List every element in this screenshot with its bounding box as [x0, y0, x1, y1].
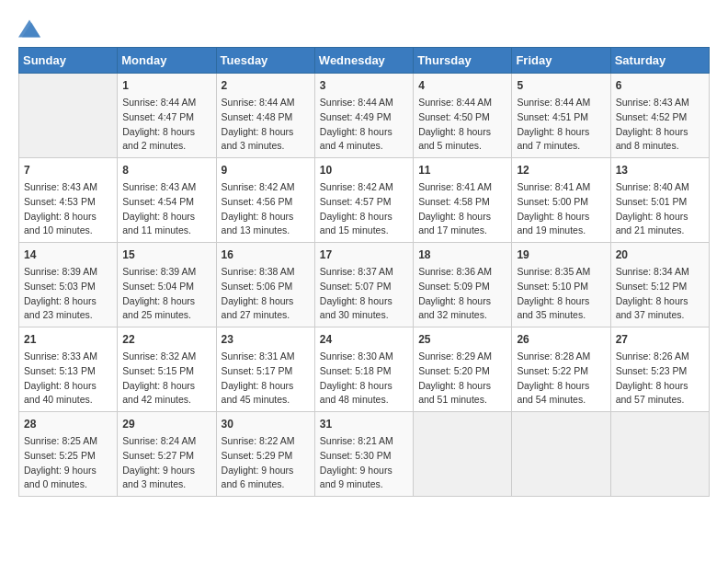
day-info: Sunrise: 8:39 AM Sunset: 5:04 PM Dayligh…: [122, 265, 210, 323]
day-cell: 18 Sunrise: 8:36 AM Sunset: 5:09 PM Dayl…: [414, 243, 512, 327]
header-thursday: Thursday: [414, 48, 512, 74]
day-info: Sunrise: 8:44 AM Sunset: 4:49 PM Dayligh…: [320, 96, 408, 154]
day-info: Sunrise: 8:42 AM Sunset: 4:57 PM Dayligh…: [320, 180, 408, 238]
day-number: 14: [24, 247, 112, 263]
day-cell: 2 Sunrise: 8:44 AM Sunset: 4:48 PM Dayli…: [216, 74, 314, 158]
day-number: 16: [222, 247, 310, 263]
day-number: 27: [616, 331, 704, 348]
day-number: 7: [24, 162, 112, 178]
day-cell: 21 Sunrise: 8:33 AM Sunset: 5:13 PM Dayl…: [19, 327, 118, 412]
header-wednesday: Wednesday: [314, 48, 413, 74]
day-number: 2: [222, 77, 310, 94]
day-info: Sunrise: 8:29 AM Sunset: 5:20 PM Dayligh…: [418, 350, 506, 408]
day-cell: 14 Sunrise: 8:39 AM Sunset: 5:03 PM Dayl…: [19, 243, 118, 327]
day-info: Sunrise: 8:32 AM Sunset: 5:15 PM Dayligh…: [122, 350, 210, 408]
header-tuesday: Tuesday: [216, 48, 314, 74]
day-number: 17: [320, 247, 408, 263]
day-info: Sunrise: 8:35 AM Sunset: 5:10 PM Dayligh…: [517, 265, 605, 323]
day-info: Sunrise: 8:44 AM Sunset: 4:51 PM Dayligh…: [517, 96, 605, 154]
day-number: 9: [222, 162, 310, 178]
header-friday: Friday: [512, 48, 610, 74]
day-cell: 31 Sunrise: 8:21 AM Sunset: 5:30 PM Dayl…: [314, 412, 413, 497]
day-cell: 1 Sunrise: 8:44 AM Sunset: 4:47 PM Dayli…: [118, 74, 216, 158]
week-row-0: 1 Sunrise: 8:44 AM Sunset: 4:47 PM Dayli…: [19, 74, 710, 158]
day-number: 12: [517, 162, 605, 178]
day-info: Sunrise: 8:25 AM Sunset: 5:25 PM Dayligh…: [24, 434, 112, 492]
day-info: Sunrise: 8:26 AM Sunset: 5:23 PM Dayligh…: [616, 350, 704, 408]
day-cell: 22 Sunrise: 8:32 AM Sunset: 5:15 PM Dayl…: [118, 327, 216, 412]
day-cell: 9 Sunrise: 8:42 AM Sunset: 4:56 PM Dayli…: [216, 158, 314, 243]
day-cell: 5 Sunrise: 8:44 AM Sunset: 4:51 PM Dayli…: [512, 74, 610, 158]
day-number: 4: [418, 77, 506, 94]
day-cell: 23 Sunrise: 8:31 AM Sunset: 5:17 PM Dayl…: [216, 327, 314, 412]
day-info: Sunrise: 8:31 AM Sunset: 5:17 PM Dayligh…: [222, 350, 310, 408]
week-row-4: 28 Sunrise: 8:25 AM Sunset: 5:25 PM Dayl…: [19, 412, 710, 497]
days-header-row: SundayMondayTuesdayWednesdayThursdayFrid…: [19, 48, 710, 74]
day-info: Sunrise: 8:44 AM Sunset: 4:47 PM Dayligh…: [122, 96, 210, 154]
day-cell: 26 Sunrise: 8:28 AM Sunset: 5:22 PM Dayl…: [512, 327, 610, 412]
day-number: 21: [24, 331, 112, 348]
day-info: Sunrise: 8:36 AM Sunset: 5:09 PM Dayligh…: [418, 265, 506, 323]
day-number: 6: [616, 77, 704, 94]
header-monday: Monday: [118, 48, 216, 74]
day-cell: 11 Sunrise: 8:41 AM Sunset: 4:58 PM Dayl…: [414, 158, 512, 243]
day-info: Sunrise: 8:38 AM Sunset: 5:06 PM Dayligh…: [222, 265, 310, 323]
day-number: 11: [418, 162, 506, 178]
day-number: 24: [320, 331, 408, 348]
day-cell: 16 Sunrise: 8:38 AM Sunset: 5:06 PM Dayl…: [216, 243, 314, 327]
week-row-2: 14 Sunrise: 8:39 AM Sunset: 5:03 PM Dayl…: [19, 243, 710, 327]
day-info: Sunrise: 8:33 AM Sunset: 5:13 PM Dayligh…: [24, 350, 112, 408]
day-cell: 30 Sunrise: 8:22 AM Sunset: 5:29 PM Dayl…: [216, 412, 314, 497]
day-cell: 25 Sunrise: 8:29 AM Sunset: 5:20 PM Dayl…: [414, 327, 512, 412]
day-number: 26: [517, 331, 605, 348]
week-row-1: 7 Sunrise: 8:43 AM Sunset: 4:53 PM Dayli…: [19, 158, 710, 243]
day-cell: 20 Sunrise: 8:34 AM Sunset: 5:12 PM Dayl…: [610, 243, 709, 327]
day-info: Sunrise: 8:41 AM Sunset: 5:00 PM Dayligh…: [517, 180, 605, 238]
day-cell: 7 Sunrise: 8:43 AM Sunset: 4:53 PM Dayli…: [19, 158, 118, 243]
day-number: 3: [320, 77, 408, 94]
day-info: Sunrise: 8:22 AM Sunset: 5:29 PM Dayligh…: [222, 434, 310, 492]
day-cell: [414, 412, 512, 497]
day-number: 28: [24, 416, 112, 432]
day-number: 31: [320, 416, 408, 432]
day-info: Sunrise: 8:44 AM Sunset: 4:48 PM Dayligh…: [222, 96, 310, 154]
day-info: Sunrise: 8:37 AM Sunset: 5:07 PM Dayligh…: [320, 265, 408, 323]
day-cell: 13 Sunrise: 8:40 AM Sunset: 5:01 PM Dayl…: [610, 158, 709, 243]
header-sunday: Sunday: [19, 48, 118, 74]
day-cell: 4 Sunrise: 8:44 AM Sunset: 4:50 PM Dayli…: [414, 74, 512, 158]
header-saturday: Saturday: [610, 48, 709, 74]
day-info: Sunrise: 8:39 AM Sunset: 5:03 PM Dayligh…: [24, 265, 112, 323]
day-cell: 8 Sunrise: 8:43 AM Sunset: 4:54 PM Dayli…: [118, 158, 216, 243]
day-cell: 15 Sunrise: 8:39 AM Sunset: 5:04 PM Dayl…: [118, 243, 216, 327]
day-number: 15: [122, 247, 210, 263]
day-number: 18: [418, 247, 506, 263]
day-info: Sunrise: 8:40 AM Sunset: 5:01 PM Dayligh…: [616, 180, 704, 238]
day-number: 13: [616, 162, 704, 178]
day-number: 30: [222, 416, 310, 432]
day-cell: [512, 412, 610, 497]
day-number: 22: [122, 331, 210, 348]
day-cell: 12 Sunrise: 8:41 AM Sunset: 5:00 PM Dayl…: [512, 158, 610, 243]
day-number: 19: [517, 247, 605, 263]
day-number: 5: [517, 77, 605, 94]
header: [18, 18, 710, 38]
day-info: Sunrise: 8:44 AM Sunset: 4:50 PM Dayligh…: [418, 96, 506, 154]
day-info: Sunrise: 8:21 AM Sunset: 5:30 PM Dayligh…: [320, 434, 408, 492]
calendar-table: SundayMondayTuesdayWednesdayThursdayFrid…: [18, 47, 710, 497]
day-number: 10: [320, 162, 408, 178]
day-info: Sunrise: 8:43 AM Sunset: 4:52 PM Dayligh…: [616, 96, 704, 154]
day-info: Sunrise: 8:30 AM Sunset: 5:18 PM Dayligh…: [320, 350, 408, 408]
day-cell: 28 Sunrise: 8:25 AM Sunset: 5:25 PM Dayl…: [19, 412, 118, 497]
day-info: Sunrise: 8:41 AM Sunset: 4:58 PM Dayligh…: [418, 180, 506, 238]
day-cell: 27 Sunrise: 8:26 AM Sunset: 5:23 PM Dayl…: [610, 327, 709, 412]
day-number: 29: [122, 416, 210, 432]
day-number: 8: [122, 162, 210, 178]
day-cell: 24 Sunrise: 8:30 AM Sunset: 5:18 PM Dayl…: [314, 327, 413, 412]
logo-icon: [18, 19, 40, 38]
day-cell: 10 Sunrise: 8:42 AM Sunset: 4:57 PM Dayl…: [314, 158, 413, 243]
day-info: Sunrise: 8:28 AM Sunset: 5:22 PM Dayligh…: [517, 350, 605, 408]
day-number: 20: [616, 247, 704, 263]
day-cell: 19 Sunrise: 8:35 AM Sunset: 5:10 PM Dayl…: [512, 243, 610, 327]
day-cell: 17 Sunrise: 8:37 AM Sunset: 5:07 PM Dayl…: [314, 243, 413, 327]
day-number: 1: [122, 77, 210, 94]
